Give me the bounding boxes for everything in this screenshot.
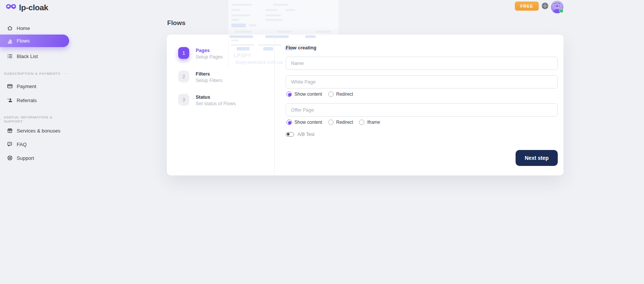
ab-test-label: A/B Test [297, 132, 314, 137]
radio-dot [328, 92, 334, 97]
sidebar-item-label: Services & bonuses [17, 128, 60, 134]
ghost-flow-url: lpspy.webstick.com.ua [236, 60, 283, 65]
sidebar-item-label: FAQ [17, 142, 27, 147]
radio-offer-redirect[interactable]: Redirect [328, 120, 353, 125]
sidebar-item-services-bonuses[interactable]: Services & bonuses [0, 126, 60, 135]
svg-text:?!: ?! [9, 143, 11, 145]
sidebar-section-support: USEFUL INFORMATION & SUPPORT [0, 115, 69, 123]
faq-chat-icon: ?! [7, 141, 13, 147]
credit-card-icon [7, 83, 13, 89]
step-title: Status [196, 94, 236, 100]
sidebar-item-label: Home [17, 25, 30, 31]
radio-offer-show-content[interactable]: Show content [286, 120, 322, 125]
brand-name: lp-cloak [19, 3, 48, 12]
sidebar-item-label: Support [17, 155, 34, 161]
radio-label: Redirect [336, 92, 353, 97]
step-subtitle: Setup Pages [196, 54, 223, 60]
lifebuoy-icon [7, 155, 13, 161]
radio-dot [286, 120, 292, 125]
sidebar-item-label: Black List [17, 54, 38, 59]
white-page-mode-group: Show content Redirect [286, 92, 353, 97]
globe-icon[interactable] [541, 2, 549, 9]
flow-creating-form: Flow creating Show content Redirect Show… [286, 35, 558, 175]
step-subtitle: Set status of Flows [196, 101, 236, 106]
sidebar-item-label: Flows [17, 38, 30, 44]
sidebar-item-flows[interactable]: Flows [0, 35, 69, 47]
flow-creating-modal: LPSPY lpspy.webstick.com.ua 1 Pages Setu… [167, 35, 563, 175]
step-number: 3 [178, 94, 189, 106]
step-number: 1 [178, 47, 189, 59]
plan-badge[interactable]: FREE [515, 2, 539, 11]
sidebar-item-faq[interactable]: ?! FAQ [0, 140, 27, 149]
radio-dot [286, 92, 292, 97]
radio-label: Iframe [367, 120, 380, 125]
stepper-form-divider [274, 36, 275, 174]
section-label-text: USEFUL INFORMATION & SUPPORT [4, 115, 67, 123]
offer-page-mode-group: Show content Redirect Iframe [286, 120, 380, 125]
background-ghost-card [228, 0, 339, 35]
sidebar-item-support[interactable]: Support [0, 153, 34, 163]
blacklist-icon [7, 53, 13, 59]
step-title: Pages [196, 47, 223, 53]
step-filters[interactable]: 2 Filters Setup Filters [178, 71, 222, 83]
sidebar-item-payment[interactable]: Payment [0, 82, 36, 91]
white-page-input[interactable] [286, 75, 558, 88]
radio-offer-iframe[interactable]: Iframe [359, 120, 380, 125]
next-step-button[interactable]: Next step [516, 150, 558, 166]
sidebar: lp-cloak Home Flows Black List [0, 0, 74, 284]
sidebar-item-home[interactable]: Home [0, 24, 30, 33]
sidebar-section-subscription: SUBSCRIPTION & PAYMENTS [0, 71, 69, 76]
step-number: 2 [178, 71, 189, 82]
gift-icon [7, 128, 13, 134]
home-icon [7, 25, 13, 31]
ab-test-toggle-row: A/B Test [286, 132, 314, 137]
referral-user-icon [7, 97, 13, 103]
flows-stack-icon [7, 38, 13, 44]
ghost-flow-name: LPSPY [234, 52, 251, 58]
sidebar-item-referrals[interactable]: Referrals [0, 96, 37, 105]
form-heading: Flow creating [286, 45, 316, 50]
mask-icon [6, 3, 16, 12]
step-subtitle: Setup Filters [196, 78, 222, 83]
page-title: Flows [167, 19, 185, 27]
radio-dot [328, 120, 334, 125]
radio-white-show-content[interactable]: Show content [286, 92, 322, 97]
brand-logo[interactable]: lp-cloak [6, 3, 48, 12]
flow-name-input[interactable] [286, 57, 558, 70]
sidebar-item-label: Payment [17, 84, 36, 89]
section-label-text: SUBSCRIPTION & PAYMENTS [4, 71, 60, 76]
online-status-dot [559, 9, 563, 13]
offer-page-input[interactable] [286, 103, 558, 117]
radio-dot [359, 120, 364, 125]
sidebar-item-black-list[interactable]: Black List [0, 52, 38, 61]
step-title: Filters [196, 71, 222, 77]
radio-label: Redirect [336, 120, 353, 125]
ab-test-toggle[interactable] [286, 132, 294, 137]
sidebar-item-label: Referrals [17, 98, 37, 103]
step-status[interactable]: 3 Status Set status of Flows [178, 94, 236, 106]
radio-label: Show content [294, 92, 322, 97]
step-pages[interactable]: 1 Pages Setup Pages [178, 47, 223, 60]
radio-white-redirect[interactable]: Redirect [328, 92, 353, 97]
radio-label: Show content [294, 120, 322, 125]
